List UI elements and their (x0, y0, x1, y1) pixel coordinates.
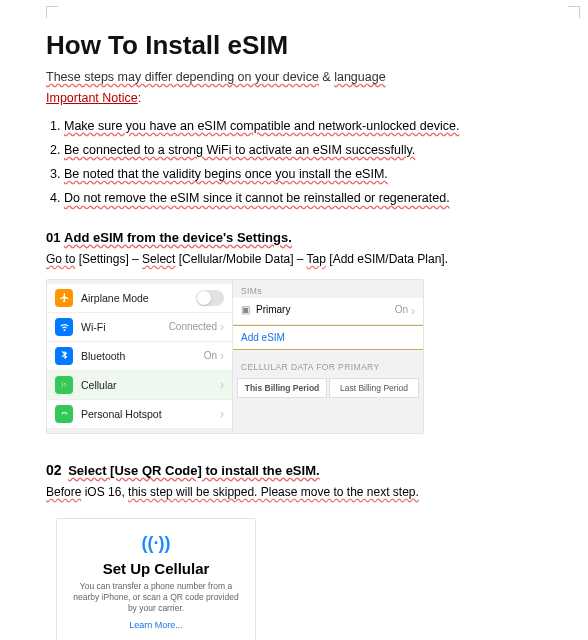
chevron-right-icon: › (220, 407, 224, 421)
airplane-toggle[interactable] (196, 290, 224, 306)
sub-part: iOS 16, (81, 485, 128, 499)
step-01-heading: 01 Add eSIM from the device's Settings. (46, 230, 542, 245)
notice-text: Do not remove the eSIM since it cannot b… (64, 191, 450, 205)
primary-label: Primary (256, 304, 290, 318)
chevron-right-icon: › (220, 378, 224, 392)
step-01-number: 01 (46, 230, 60, 245)
notice-text: Be connected to a strong WiFi to activat… (64, 143, 415, 157)
step-02-number: 02 (46, 462, 62, 478)
settings-label: Wi-Fi (81, 321, 106, 333)
step-02-subtext: Before iOS 16, this step will be skipped… (46, 482, 542, 502)
page-title: How To Install eSIM (46, 30, 542, 61)
settings-row-cellular[interactable]: Cellular › (47, 371, 232, 400)
intro-amp: & (319, 70, 334, 84)
notice-list: Make sure you have an eSIM compatible an… (46, 116, 542, 210)
notice-item: Be connected to a strong WiFi to activat… (64, 140, 542, 161)
settings-row-airplane[interactable]: Airplane Mode (47, 284, 232, 313)
sub-part: this step will be skipped. Please move t… (128, 485, 419, 499)
important-notice-line: Important Notice: (46, 88, 542, 109)
intro-text-b: language (334, 70, 385, 84)
document-page: How To Install eSIM These steps may diff… (0, 0, 588, 640)
settings-left-pane: Airplane Mode Wi-Fi Connected › Bluetoot… (47, 280, 233, 433)
add-esim-label: Add eSIM (241, 332, 285, 343)
settings-label: Bluetooth (81, 350, 125, 362)
setup-cellular-desc: You can transfer a phone number from a n… (67, 581, 245, 614)
cellular-icon (55, 376, 73, 394)
screenshot-settings: Airplane Mode Wi-Fi Connected › Bluetoot… (46, 279, 424, 434)
sub-part: Before (46, 485, 81, 499)
step-02-title: Select [Use QR Code] to install the eSIM… (68, 463, 319, 478)
intro-text-a: These steps may differ depending on your… (46, 70, 319, 84)
important-notice-label: Important Notice (46, 91, 138, 105)
settings-label: Airplane Mode (81, 292, 149, 304)
sub-part: [Add eSIM/Data Plan] (326, 252, 445, 266)
settings-row-wifi[interactable]: Wi-Fi Connected › (47, 313, 232, 342)
step-02-heading: 02 Select [Use QR Code] to install the e… (46, 462, 542, 478)
screenshot-setup-cellular: ((·)) Set Up Cellular You can transfer a… (56, 518, 256, 640)
notice-text: Be noted that the validity begins once y… (64, 167, 388, 181)
bluetooth-status: On (204, 350, 217, 361)
billing-tabs: This Billing Period Last Billing Period (233, 374, 423, 404)
settings-label: Cellular (81, 379, 117, 391)
learn-more-link[interactable]: Learn More... (67, 620, 245, 630)
notice-text: Make sure you have an eSIM compatible an… (64, 119, 459, 133)
tab-last-billing[interactable]: Last Billing Period (329, 378, 419, 398)
settings-label: Personal Hotspot (81, 408, 162, 420)
antenna-icon: ((·)) (67, 533, 245, 554)
sub-part: Select (142, 252, 175, 266)
important-notice-colon: : (138, 91, 141, 105)
sub-part: Go to (46, 252, 75, 266)
notice-item: Do not remove the eSIM since it cannot b… (64, 188, 542, 209)
sub-part: [Settings] – (75, 252, 142, 266)
doc-corner-marker-tr (568, 6, 580, 18)
add-esim-row[interactable]: Add eSIM (233, 325, 423, 350)
wifi-icon (55, 318, 73, 336)
airplane-icon (55, 289, 73, 307)
bluetooth-icon (55, 347, 73, 365)
sub-part: [Cellular/Mobile Data] – (175, 252, 306, 266)
chevron-right-icon: › (220, 349, 224, 363)
notice-item: Make sure you have an eSIM compatible an… (64, 116, 542, 137)
wifi-status: Connected (169, 321, 217, 332)
setup-cellular-title: Set Up Cellular (67, 560, 245, 577)
intro-line-1: These steps may differ depending on your… (46, 67, 542, 88)
settings-row-bluetooth[interactable]: Bluetooth On › (47, 342, 232, 371)
chevron-right-icon: › (220, 320, 224, 334)
notice-item: Be noted that the validity begins once y… (64, 164, 542, 185)
doc-corner-marker-tl (46, 6, 58, 18)
settings-right-pane: SIMs ▣ Primary On › Add eSIM CELLULAR DA… (233, 280, 423, 433)
step-01-subtext: Go to [Settings] – Select [Cellular/Mobi… (46, 249, 542, 269)
primary-status: On (395, 304, 408, 318)
primary-sim-row[interactable]: ▣ Primary On › (233, 298, 423, 325)
step-01-title: Add eSIM from the device's Settings. (64, 230, 292, 245)
chevron-right-icon: › (411, 304, 415, 318)
sub-part: Tap (307, 252, 326, 266)
cellular-data-header: CELLULAR DATA FOR PRIMARY (233, 356, 423, 374)
tab-this-billing[interactable]: This Billing Period (237, 378, 327, 398)
settings-row-hotspot[interactable]: Personal Hotspot › (47, 400, 232, 429)
sims-header: SIMs (233, 280, 423, 298)
hotspot-icon (55, 405, 73, 423)
